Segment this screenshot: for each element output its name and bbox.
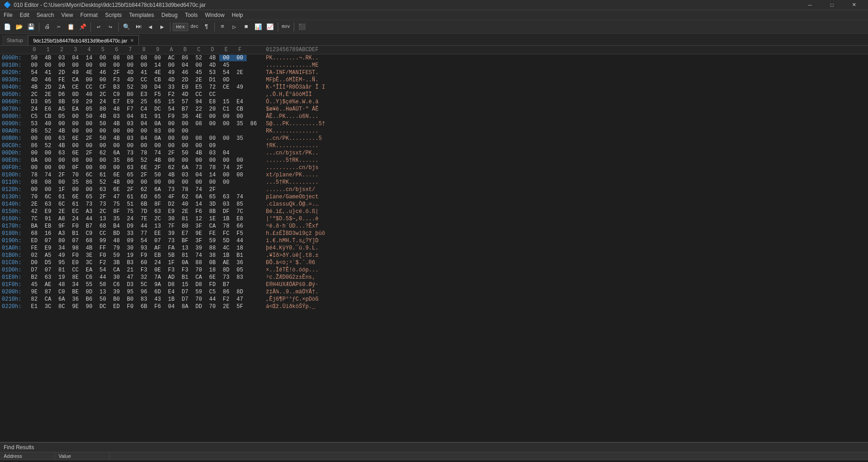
- hex-byte[interactable]: 4B: [82, 245, 96, 251]
- hex-byte[interactable]: 44: [137, 223, 151, 229]
- hex-byte[interactable]: 35: [69, 179, 82, 186]
- hex-byte[interactable]: 2F: [233, 165, 247, 171]
- hex-byte[interactable]: 00: [206, 135, 219, 142]
- hex-byte[interactable]: F0: [69, 252, 82, 259]
- hex-byte[interactable]: 00: [55, 62, 69, 69]
- find-button[interactable]: 🔍: [121, 21, 132, 32]
- hex-byte[interactable]: 00: [219, 157, 233, 164]
- undo-button[interactable]: ↩: [93, 21, 104, 32]
- hex-byte[interactable]: CA: [69, 77, 82, 83]
- hex-byte[interactable]: 63: [55, 135, 69, 142]
- hex-byte[interactable]: D7: [178, 289, 192, 295]
- hex-byte[interactable]: 09: [123, 238, 137, 244]
- hex-byte[interactable]: 82: [27, 296, 41, 303]
- hex-byte[interactable]: A3: [82, 208, 96, 215]
- menu-templates[interactable]: Templates: [126, 10, 158, 20]
- hex-byte[interactable]: 6E: [69, 135, 82, 142]
- hex-byte[interactable]: 78: [219, 223, 233, 229]
- hex-bytes-cell[interactable]: 86524B000000000000030000: [27, 128, 260, 134]
- hex-byte[interactable]: 88: [206, 245, 219, 251]
- hex-byte[interactable]: 36: [233, 260, 247, 266]
- hex-byte[interactable]: CA: [41, 296, 55, 303]
- hex-byte[interactable]: 30: [123, 245, 137, 251]
- hex-byte[interactable]: 13: [178, 245, 192, 251]
- hex-row[interactable]: 0150h:42E92EECA32C8F757D63E92EF68BDF7CBé…: [0, 208, 868, 215]
- hex-byte[interactable]: 86: [178, 55, 192, 61]
- hex-byte[interactable]: 6E: [110, 172, 123, 178]
- hex-byte[interactable]: 8F: [110, 208, 123, 215]
- hex-byte[interactable]: B3: [110, 84, 123, 90]
- hex-byte[interactable]: B6: [82, 296, 96, 303]
- hex-byte[interactable]: F9: [137, 252, 151, 259]
- hex-bytes-cell[interactable]: 54412D494E462F4D414E49464553542E: [27, 69, 260, 76]
- hex-byte[interactable]: 5D: [219, 238, 233, 244]
- menu-format[interactable]: Format: [77, 10, 101, 20]
- hex-byte[interactable]: 00: [82, 143, 96, 149]
- hex-byte[interactable]: C5: [206, 289, 219, 295]
- hex-byte[interactable]: 44: [233, 238, 247, 244]
- hex-byte[interactable]: 8F: [151, 201, 164, 207]
- hex-byte[interactable]: 0E: [151, 267, 164, 273]
- hex-byte[interactable]: D1: [206, 77, 219, 83]
- hex-bytes-cell[interactable]: 00001F0000636E2F626A7378742F: [27, 186, 260, 193]
- hex-byte[interactable]: 13: [151, 223, 164, 229]
- hex-byte[interactable]: 3E: [82, 252, 96, 259]
- hex-byte[interactable]: F2: [219, 296, 233, 303]
- hex-bytes-cell[interactable]: 6816A3B1C9CCBD3377EE39E79EFEFCF5: [27, 230, 260, 237]
- close-button[interactable]: ✕: [843, 0, 864, 10]
- hex-byte[interactable]: E7: [110, 99, 123, 105]
- hex-byte[interactable]: 95: [123, 289, 137, 295]
- hex-byte[interactable]: BD: [110, 230, 123, 237]
- hex-byte[interactable]: 04: [164, 303, 178, 310]
- hex-byte[interactable]: 74: [151, 150, 164, 156]
- hex-byte[interactable]: CF: [96, 84, 110, 90]
- hex-byte[interactable]: 04: [219, 150, 233, 156]
- back-button[interactable]: ◀: [145, 21, 156, 32]
- hex-byte[interactable]: 00: [96, 165, 110, 171]
- hex-byte[interactable]: 00: [164, 179, 178, 186]
- hex-row[interactable]: 0080h:C5CB0500504B03048191F9364E000000ÅÊ…: [0, 113, 868, 120]
- hex-byte[interactable]: 6E: [69, 194, 82, 200]
- hex-byte[interactable]: 03: [206, 150, 219, 156]
- hex-bytes-cell[interactable]: 42E92EECA32C8F757D63E92EF68BDF7C: [27, 208, 260, 215]
- stats-button[interactable]: 📈: [265, 21, 275, 32]
- new-button[interactable]: 📄: [2, 21, 13, 32]
- hex-byte[interactable]: 65: [151, 194, 164, 200]
- hex-byte[interactable]: 00: [151, 55, 164, 61]
- tab-jar[interactable]: 9dc125bf1b84478cb14813d9bed6470c.jar ✕: [28, 35, 138, 45]
- menu-tools[interactable]: Tools: [181, 10, 201, 20]
- hex-byte[interactable]: 8C: [55, 303, 69, 310]
- hex-byte[interactable]: 07: [41, 238, 55, 244]
- hex-byte[interactable]: FC: [219, 230, 233, 237]
- hex-byte[interactable]: E9: [164, 208, 178, 215]
- hex-byte[interactable]: 2C: [96, 208, 110, 215]
- hex-row[interactable]: 01B0h:02A549F03EF05919F9EB5B8174381BB1.¥…: [0, 252, 868, 259]
- hex-byte[interactable]: 00: [110, 143, 123, 149]
- hex-bytes-cell[interactable]: C5CB0500504B03048191F9364E000000: [27, 113, 260, 120]
- hex-byte[interactable]: 51: [123, 201, 137, 207]
- hex-byte[interactable]: 70: [27, 194, 41, 200]
- hex-byte[interactable]: 3C: [82, 260, 96, 266]
- hex-byte[interactable]: 73: [96, 201, 110, 207]
- mov-button[interactable]: mov: [281, 21, 291, 32]
- hex-byte[interactable]: 65: [82, 194, 96, 200]
- hex-byte[interactable]: CE: [69, 84, 82, 90]
- hex-byte[interactable]: 55: [82, 281, 96, 288]
- hex-byte[interactable]: 00: [27, 150, 41, 156]
- hex-bytes-cell[interactable]: BAEB9FF0B768B4D944137F803FCA7866: [27, 223, 260, 229]
- menu-view[interactable]: View: [58, 10, 77, 20]
- hex-byte[interactable]: A8: [55, 216, 69, 222]
- hex-byte[interactable]: 50: [96, 135, 110, 142]
- hex-byte[interactable]: F5: [233, 230, 247, 237]
- hex-row[interactable]: 01D0h:D70781CCEA54CA21F30EF3F370188D05×.…: [0, 266, 868, 274]
- hex-byte[interactable]: 00: [151, 179, 164, 186]
- hex-byte[interactable]: 24: [123, 216, 137, 222]
- hex-byte[interactable]: 6C: [41, 194, 55, 200]
- forward-button[interactable]: ▶: [157, 21, 168, 32]
- hex-byte[interactable]: 4B: [151, 157, 164, 164]
- hex-byte[interactable]: 15: [219, 99, 233, 105]
- hex-byte[interactable]: 50: [82, 113, 96, 120]
- hex-byte[interactable]: 63: [41, 201, 55, 207]
- hex-byte[interactable]: D5: [41, 260, 55, 266]
- hex-byte[interactable]: 00: [69, 128, 82, 134]
